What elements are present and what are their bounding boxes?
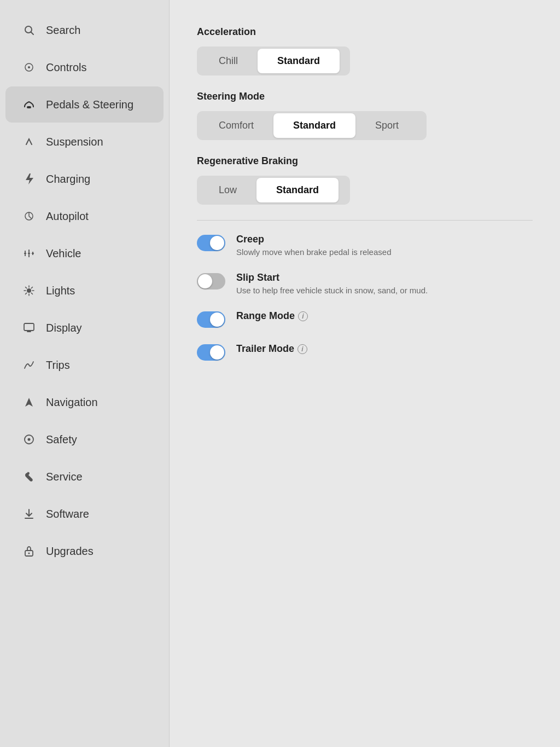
upgrades-icon <box>21 543 37 559</box>
toggle-thumb-range-mode <box>210 312 224 327</box>
steering-options: ComfortStandardSport <box>197 111 427 140</box>
service-icon <box>21 468 37 485</box>
svg-point-3 <box>28 66 30 68</box>
vehicle-icon <box>21 245 37 262</box>
toggle-row-trailer-mode: Trailer Modei <box>197 343 533 361</box>
toggle-label-group-slip-start: Slip StartUse to help free vehicle stuck… <box>236 272 533 295</box>
sidebar-item-label-navigation: Navigation <box>46 396 98 409</box>
safety-icon <box>21 431 37 448</box>
sidebar-item-label-autopilot: Autopilot <box>46 210 89 223</box>
svg-point-12 <box>27 288 31 293</box>
toggle-slip-start[interactable] <box>197 273 225 289</box>
sidebar-item-label-charging: Charging <box>46 173 90 186</box>
sidebar-item-controls[interactable]: Controls <box>5 49 164 85</box>
lights-icon <box>21 282 37 299</box>
sidebar-item-software[interactable]: Software <box>5 496 164 532</box>
sidebar-item-label-search: Search <box>46 24 80 37</box>
sidebar-item-label-display: Display <box>46 322 82 334</box>
svg-line-19 <box>31 287 32 288</box>
info-icon-trailer-mode[interactable]: i <box>298 344 307 354</box>
toggle-label-group-trailer-mode: Trailer Modei <box>236 343 533 357</box>
toggle-desc-slip-start: Use to help free vehicle stuck in snow, … <box>236 286 533 295</box>
sidebar-item-safety[interactable]: Safety <box>5 421 164 458</box>
navigation-icon <box>21 394 37 410</box>
toggle-track-trailer-mode <box>197 344 225 361</box>
toggle-row-range-mode: Range Modei <box>197 310 533 328</box>
sidebar-item-upgrades[interactable]: Upgrades <box>5 533 164 569</box>
toggle-row-slip-start: Slip StartUse to help free vehicle stuck… <box>197 272 533 295</box>
sidebar: SearchControlsPedals & SteeringSuspensio… <box>0 0 170 747</box>
toggle-label-trailer-mode: Trailer Modei <box>236 343 533 355</box>
toggle-label-group-creep: CreepSlowly move when brake pedal is rel… <box>236 234 533 257</box>
sidebar-item-navigation[interactable]: Navigation <box>5 384 164 420</box>
trips-icon <box>21 357 37 373</box>
sidebar-item-service[interactable]: Service <box>5 459 164 495</box>
sidebar-item-label-suspension: Suspension <box>46 136 103 148</box>
toggle-thumb-slip-start <box>198 274 212 288</box>
toggle-label-creep: Creep <box>236 234 533 245</box>
sidebar-item-display[interactable]: Display <box>5 310 164 346</box>
sidebar-item-label-pedals-steering: Pedals & Steering <box>46 99 133 111</box>
sidebar-item-label-safety: Safety <box>46 433 77 446</box>
steering-option-standard[interactable]: Standard <box>273 113 355 138</box>
section-divider <box>197 220 533 221</box>
sidebar-item-label-controls: Controls <box>46 61 86 74</box>
toggle-label-slip-start: Slip Start <box>236 272 533 283</box>
sidebar-item-label-upgrades: Upgrades <box>46 545 94 558</box>
steering-option-sport[interactable]: Sport <box>355 113 418 138</box>
svg-line-1 <box>31 32 34 35</box>
toggle-track-range-mode <box>197 311 225 328</box>
suspension-icon <box>21 134 37 150</box>
acceleration-options: ChillStandard <box>197 47 350 76</box>
svg-line-20 <box>26 293 27 294</box>
controls-icon <box>21 59 37 76</box>
toggle-label-range-mode: Range Modei <box>236 310 533 322</box>
acceleration-option-chill[interactable]: Chill <box>199 49 258 73</box>
svg-line-17 <box>26 287 27 288</box>
braking-options: LowStandard <box>197 176 350 205</box>
svg-point-28 <box>28 553 30 554</box>
sidebar-item-label-software: Software <box>46 508 89 520</box>
display-icon <box>21 320 37 336</box>
braking-option-low[interactable]: Low <box>199 178 256 202</box>
toggle-desc-creep: Slowly move when brake pedal is released <box>236 247 533 257</box>
svg-rect-21 <box>24 323 34 331</box>
toggle-creep[interactable] <box>197 235 225 251</box>
software-icon <box>21 506 37 522</box>
steering-title: Steering Mode <box>197 91 533 102</box>
info-icon-range-mode[interactable]: i <box>298 311 308 321</box>
search-icon <box>21 22 37 38</box>
sidebar-item-vehicle[interactable]: Vehicle <box>5 235 164 271</box>
toggle-track-creep <box>197 235 225 251</box>
sidebar-item-label-trips: Trips <box>46 359 70 372</box>
toggle-label-group-range-mode: Range Modei <box>236 310 533 324</box>
sidebar-item-suspension[interactable]: Suspension <box>5 124 164 160</box>
svg-point-24 <box>28 438 31 441</box>
sidebar-item-autopilot[interactable]: Autopilot <box>5 198 164 234</box>
sidebar-item-label-service: Service <box>46 471 83 483</box>
acceleration-option-standard[interactable]: Standard <box>258 49 340 73</box>
pedals-steering-icon <box>21 96 37 113</box>
toggle-row-creep: CreepSlowly move when brake pedal is rel… <box>197 234 533 257</box>
svg-rect-4 <box>27 106 31 108</box>
braking-title: Regenerative Braking <box>197 155 533 167</box>
toggle-track-slip-start <box>197 273 225 289</box>
braking-option-standard[interactable]: Standard <box>256 178 339 202</box>
toggle-range-mode[interactable] <box>197 311 225 328</box>
sidebar-item-label-vehicle: Vehicle <box>46 247 81 260</box>
sidebar-item-trips[interactable]: Trips <box>5 347 164 383</box>
toggle-thumb-trailer-mode <box>210 345 224 360</box>
sidebar-item-label-lights: Lights <box>46 285 75 297</box>
acceleration-title: Acceleration <box>197 26 533 38</box>
steering-option-comfort[interactable]: Comfort <box>199 113 273 138</box>
toggle-thumb-creep <box>210 236 224 250</box>
sidebar-item-search[interactable]: Search <box>5 12 164 48</box>
sidebar-item-pedals-steering[interactable]: Pedals & Steering <box>5 86 164 123</box>
main-content: AccelerationChillStandardSteering ModeCo… <box>170 0 560 747</box>
charging-icon <box>21 171 37 187</box>
sidebar-item-lights[interactable]: Lights <box>5 273 164 309</box>
autopilot-icon <box>21 208 37 224</box>
svg-line-18 <box>31 293 32 294</box>
sidebar-item-charging[interactable]: Charging <box>5 161 164 197</box>
toggle-trailer-mode[interactable] <box>197 344 225 361</box>
